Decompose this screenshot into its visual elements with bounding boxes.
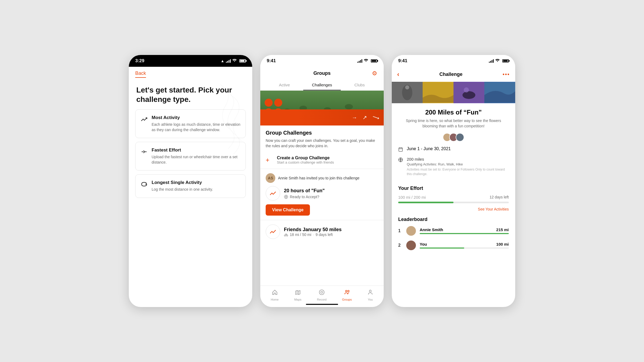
group-challenges-title: Group Challenges bbox=[266, 130, 378, 136]
time-2: 9:41 bbox=[267, 58, 276, 64]
longest-single-desc: Log the most distance in one activity. bbox=[152, 187, 213, 192]
create-challenge-row[interactable]: + Create a Group Challenge Start a custo… bbox=[260, 151, 384, 169]
effort-progress-bar bbox=[398, 202, 509, 203]
invite-challenge-details: 20 hours of "Fun" Ready to Accept? bbox=[284, 188, 325, 199]
view-challenge-button[interactable]: View Challenge bbox=[266, 204, 310, 216]
battery-icon-3 bbox=[502, 59, 509, 62]
nav-groups[interactable]: Groups bbox=[342, 289, 352, 301]
loop-icon bbox=[140, 180, 148, 188]
back-container: Back bbox=[129, 67, 252, 78]
nav-record[interactable]: Record bbox=[317, 289, 326, 301]
friends-challenge-title: Friends January 50 miles bbox=[284, 227, 342, 232]
lb-progress-fill-1 bbox=[420, 233, 509, 234]
friends-challenge-row[interactable]: Friends January 50 miles 18 mi / 50 mi ·… bbox=[260, 220, 384, 243]
fastest-effort-option[interactable]: Fastest Effort Upload the fastest run or… bbox=[135, 142, 246, 171]
date-range-text: June 1 - June 30, 2021 bbox=[407, 146, 451, 151]
map-icon bbox=[295, 289, 301, 297]
lb-name-1: Annie Smith bbox=[420, 227, 496, 232]
effort-progress-row: 100 mi / 200 mi 12 days left bbox=[398, 195, 509, 200]
friends-challenge-sub: 18 mi / 50 mi · 9 days left bbox=[284, 232, 342, 237]
nav-home[interactable]: Home bbox=[271, 289, 279, 301]
speed-icon bbox=[140, 148, 148, 156]
participant-3 bbox=[456, 133, 464, 142]
tab-clubs[interactable]: Clubs bbox=[341, 80, 378, 90]
banner-runners: → ↗ ⟿ bbox=[260, 109, 384, 125]
fastest-effort-title: Fastest Effort bbox=[152, 147, 241, 153]
tabs-row: Active Challenges Clubs bbox=[260, 80, 384, 91]
rank-2: 2 bbox=[398, 243, 402, 248]
settings-icon[interactable]: ⚙ bbox=[372, 70, 377, 77]
photo-2 bbox=[423, 82, 453, 103]
svg-rect-24 bbox=[399, 148, 402, 152]
longest-single-title: Longest Single Activity bbox=[152, 180, 213, 185]
banner-image: → ↗ ⟿ bbox=[260, 91, 384, 125]
status-icons-1: ▲ bbox=[221, 59, 246, 63]
svg-point-5 bbox=[345, 104, 353, 109]
invite-avatar: AS bbox=[266, 173, 275, 183]
longest-single-option[interactable]: Longest Single Activity Log the most dis… bbox=[135, 174, 246, 198]
most-activity-option[interactable]: Most Activity Each athlete logs as much … bbox=[135, 109, 246, 138]
most-activity-title: Most Activity bbox=[152, 115, 241, 120]
status-icons-3 bbox=[489, 59, 509, 63]
location-icon: ▲ bbox=[221, 59, 224, 63]
effort-progress-fill bbox=[398, 202, 453, 203]
invite-challenge-sub: Ready to Accept? bbox=[284, 195, 325, 199]
lb-info-2: You 100 mi bbox=[420, 242, 509, 249]
challenge-invite: AS Annie Smith has invited you to join t… bbox=[260, 169, 384, 220]
tab-challenges[interactable]: Challenges bbox=[303, 80, 341, 90]
challenge-tagline: Spring time is here, so what better way … bbox=[398, 118, 509, 129]
lb-info-1: Annie Smith 215 mi bbox=[420, 227, 509, 234]
nav-groups-label: Groups bbox=[342, 298, 352, 301]
photo-1 bbox=[392, 82, 423, 103]
see-activities-link[interactable]: See Your Activities bbox=[398, 207, 509, 211]
tab-active[interactable]: Active bbox=[266, 80, 303, 90]
photo-4 bbox=[484, 82, 515, 103]
arrow-3: ⟿ bbox=[372, 113, 380, 121]
home-icon bbox=[272, 289, 278, 297]
arrow-2: ↗ bbox=[363, 114, 367, 121]
challenge-photos bbox=[392, 82, 515, 103]
globe-detail-icon bbox=[398, 157, 403, 164]
friends-challenge-icon bbox=[266, 224, 280, 239]
plus-icon: + bbox=[266, 156, 273, 164]
phone-1: 3:29 ▲ Back Let's get bbox=[129, 55, 252, 307]
challenge-heading: Let's get started. Pick your challenge t… bbox=[129, 78, 252, 109]
date-detail: June 1 - June 30, 2021 bbox=[398, 146, 509, 153]
globe-icon bbox=[284, 195, 288, 199]
friends-progress: 18 mi / 50 mi bbox=[290, 232, 311, 237]
invite-header: AS Annie Smith has invited you to join t… bbox=[266, 173, 378, 183]
bike-icon bbox=[284, 232, 288, 237]
phone-2: 9:41 Groups ⚙ Active Challe bbox=[260, 55, 384, 307]
svg-point-14 bbox=[348, 290, 349, 292]
record-icon bbox=[319, 289, 325, 297]
most-activity-desc: Each athlete logs as much distance, time… bbox=[152, 122, 241, 132]
longest-single-info: Longest Single Activity Log the most dis… bbox=[152, 180, 213, 192]
lb-progress-fill-2 bbox=[420, 248, 464, 249]
lb-dist-2: 100 mi bbox=[496, 242, 509, 246]
time-1: 3:29 bbox=[135, 58, 144, 64]
effort-days: 12 days left bbox=[489, 195, 509, 199]
challenge-options: Most Activity Each athlete logs as much … bbox=[129, 109, 252, 198]
invite-text: Annie Smith has invited you to join this… bbox=[278, 176, 360, 180]
nav-maps[interactable]: Maps bbox=[294, 289, 301, 301]
create-challenge-sub: Start a custom challenge with friends bbox=[277, 160, 334, 164]
back-button[interactable]: Back bbox=[135, 71, 146, 76]
distance-info: 200 miles Qualifying Activites: Run, Wal… bbox=[407, 157, 509, 176]
groups-title: Groups bbox=[313, 71, 331, 76]
group-challenges-section: Group Challenges Now you can craft your … bbox=[260, 125, 384, 151]
back-chevron-icon[interactable]: ‹ bbox=[397, 71, 399, 78]
calendar-icon bbox=[398, 147, 403, 153]
lb-name-2: You bbox=[420, 242, 496, 246]
lb-avatar-1 bbox=[406, 226, 416, 236]
challenge-main-info: 200 Miles of “Fun” Spring time is here, … bbox=[392, 103, 515, 186]
participants-row bbox=[398, 133, 509, 142]
phone-3: 9:41 ‹ Challenge ••• bbox=[392, 55, 515, 307]
invite-sub-text: Ready to Accept? bbox=[290, 195, 319, 199]
nav-you-label: You bbox=[368, 298, 373, 301]
friends-challenge-info: Friends January 50 miles 18 mi / 50 mi ·… bbox=[284, 227, 342, 237]
more-options-icon[interactable]: ••• bbox=[503, 71, 510, 77]
status-icons-2 bbox=[357, 59, 377, 63]
svg-point-11 bbox=[319, 290, 324, 294]
effort-current: 100 mi / 200 mi bbox=[398, 195, 426, 200]
nav-you[interactable]: You bbox=[367, 289, 373, 301]
